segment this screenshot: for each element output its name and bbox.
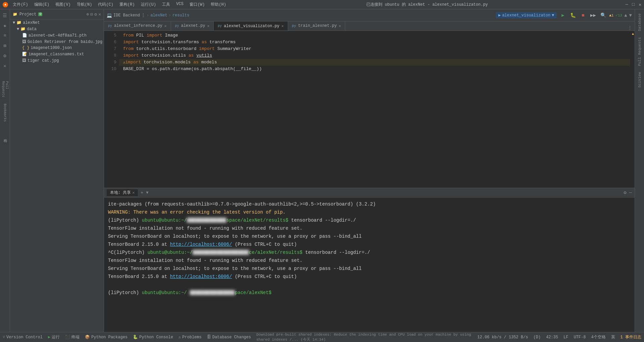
statusbar-event-log[interactable]: 1 事件日志 (621, 334, 641, 340)
toolbar-breadcrumb-alexnet[interactable]: alexNet (150, 13, 167, 18)
statusbar-encoding[interactable]: UTF-8 (574, 335, 586, 340)
tree-item-data[interactable]: ▼ 📁 data (10, 26, 104, 32)
sidebar-pull-requests[interactable]: Pull Requests (0, 84, 10, 94)
tree-item-json[interactable]: { } imagenet1000.json (10, 45, 104, 51)
tab-label: alexnet_inference.py (114, 23, 162, 28)
terminal-tab-close[interactable]: ✕ (132, 190, 135, 195)
tabs-wrapper: py alexnet_inference.py ✕ py alexnet.py … (104, 21, 625, 31)
tab-more-icon[interactable]: ⋮ (628, 25, 632, 31)
terminal-tab-local[interactable]: 本地: 共享 ✕ (107, 189, 138, 196)
code-editor[interactable]: 5 6 7 8 9 10 from PIL import Image impor… (104, 31, 635, 188)
menu-view[interactable]: 视图(V) (53, 1, 73, 8)
menu-run[interactable]: 运行(U) (138, 1, 159, 8)
sidebar-icon-structure[interactable]: ≡ (0, 31, 10, 40)
menu-tools[interactable]: 工具 (159, 1, 173, 8)
right-sidebar-database[interactable]: Database (637, 11, 642, 34)
project-close-icon[interactable]: ✕ (98, 12, 101, 17)
encoding-label: UTF-8 (574, 335, 586, 340)
statusbar-python-console[interactable]: 🐍 Python Console (133, 335, 173, 340)
sidebar-structure[interactable]: 结构 (0, 131, 10, 141)
terminal-settings-icon[interactable]: ⚙ (624, 190, 626, 195)
terminal-dropdown[interactable]: ▼ (146, 190, 148, 195)
main-layout: ☰ ✚ ≡ ⊞ ⚙ ✕ Pull Requests Bookmarks 结构 📁… (0, 9, 644, 332)
menu-file[interactable]: 文件(F) (10, 1, 31, 8)
search-button[interactable]: 🔍 (599, 11, 607, 19)
resume-button[interactable]: ▶▶ (589, 11, 597, 19)
maximize-button[interactable]: □ (632, 2, 635, 7)
toolbar-menu-icon[interactable]: ⋮ (141, 13, 145, 18)
editor-right-gutter: ▲ (630, 31, 635, 188)
tab-close-icon2[interactable]: ✕ (207, 24, 210, 28)
tree-item-label: data (27, 27, 37, 32)
run-button[interactable]: ▶ (559, 11, 567, 19)
version-control-label: Version Control (6, 335, 43, 340)
menu-vcs[interactable]: VCS (173, 1, 186, 8)
tab-train-alexnet[interactable]: py train_alexnet.py ✕ (288, 21, 345, 31)
statusbar-version-control[interactable]: ⑂ Version Control (3, 335, 43, 340)
tree-item-jpg1[interactable]: 🖼 Golden Retriever from baidu.jpg (10, 39, 104, 45)
sidebar-icon-close[interactable]: ✕ (0, 61, 10, 70)
statusbar-indent[interactable]: 4个空格 (591, 334, 605, 340)
position-label: (D) (533, 335, 541, 340)
statusbar-git-branch[interactable]: 英 (611, 334, 615, 340)
stop-button[interactable]: ■ (579, 11, 587, 19)
tab-alexnet-inference[interactable]: py alexnet_inference.py ✕ (104, 21, 171, 31)
code-content[interactable]: from PIL import Image import torchvision… (119, 31, 630, 188)
sidebar-icon-settings[interactable]: ⚙ (0, 51, 10, 60)
warnings-chevron-up[interactable]: ▲ (624, 13, 627, 18)
toolbar-project-label: IDE Backend (113, 13, 140, 18)
statusbar-line-ending[interactable]: LF (564, 335, 568, 340)
project-locate-icon[interactable]: ⊕ (87, 12, 89, 17)
line-num-5: 5 (107, 32, 116, 39)
menu-navigate[interactable]: 导航(N) (74, 1, 95, 8)
tab-label2: alexnet.py (181, 23, 205, 28)
sidebar-icon-align[interactable]: ⊞ (0, 41, 10, 50)
sidebar-icon-add[interactable]: ✚ (0, 21, 10, 30)
toolbar-breadcrumb-results[interactable]: results (172, 13, 189, 18)
sidebar-bookmarks[interactable]: Bookmarks (0, 108, 10, 117)
code-line-8: import torchvision.utils as vutils (119, 52, 630, 59)
terminal-add-button[interactable]: + (139, 190, 145, 195)
minimize-button[interactable]: ─ (626, 2, 628, 7)
run-config-dropdown[interactable]: ▶ alexnet_visualizaton ▼ (496, 12, 557, 18)
tab-close-icon3[interactable]: ✕ (281, 24, 284, 28)
tab-alexnet-visualizaton[interactable]: py alexnet_visualizaton.py ✕ (214, 21, 288, 31)
tab-close-icon[interactable]: ✕ (164, 24, 167, 28)
tree-item-txt[interactable]: 📝 imagenet_classnames.txt (10, 51, 104, 57)
menu-edit[interactable]: 编辑(E) (32, 1, 52, 8)
statusbar-line-col[interactable]: 42:35 (546, 335, 558, 340)
menu-help[interactable]: 帮助(H) (208, 1, 229, 8)
menu-code[interactable]: 代码(C) (95, 1, 116, 8)
sidebar-icon-project[interactable]: ☰ (0, 11, 10, 20)
terminal-line-1: ite-packages (from requests-oauthlib>=0.… (108, 200, 631, 208)
right-sidebar-pull-requests[interactable]: Pull Requests (637, 35, 642, 69)
tree-item-pth[interactable]: 📄 alexnet-owt-4df8aa71.pth (10, 32, 104, 39)
menu-refactor[interactable]: 重构(R) (117, 1, 138, 8)
tree-item-alexnet[interactable]: ▼ 📁 alexNet (10, 19, 104, 26)
tensorboard-link1[interactable]: http://localhost:6006/ (170, 242, 232, 247)
warnings-chevron-down[interactable]: ▼ (629, 13, 632, 18)
debug-button[interactable]: 🐛 (569, 11, 577, 19)
close-button[interactable]: ✕ (639, 2, 641, 7)
statusbar-problems[interactable]: ⚠ Problems (178, 335, 202, 340)
terminal-minimize-icon[interactable]: ─ (629, 190, 632, 195)
terminal-body[interactable]: ite-packages (from requests-oauthlib>=0.… (104, 197, 635, 332)
statusbar-python-packages[interactable]: 📦 Python Packages (85, 335, 127, 340)
project-collapse-icon[interactable]: ⊟ (91, 12, 93, 17)
right-sidebar-sciview[interactable]: SciView (637, 69, 642, 90)
statusbar-run[interactable]: ▶ 运行 (48, 334, 60, 340)
statusbar-terminal[interactable]: ⬛ 终端 (65, 334, 79, 340)
tab-alexnet[interactable]: py alexnet.py ✕ (171, 21, 214, 31)
tree-folder-icon: 📁 (16, 20, 21, 25)
network-label: 12.06 kb/s / 1352 B/s (477, 335, 528, 340)
tensorboard-link2[interactable]: http://localhost:6006/ (170, 274, 232, 279)
project-settings-icon[interactable]: ⚙ (94, 12, 97, 17)
tree-item-jpg2[interactable]: 🖼 tiger cat.jpg (10, 57, 104, 64)
menu-window[interactable]: 窗口(W) (187, 1, 208, 8)
tab-close-icon4[interactable]: ✕ (339, 24, 341, 28)
tree-image-icon: 🖼 (22, 39, 26, 44)
toolbar-sep2: › (169, 13, 171, 18)
statusbar-position: (D) (533, 335, 541, 340)
statusbar-database-changes[interactable]: 🗄 Database Changes (207, 335, 251, 340)
app-logo: ▲ (3, 2, 8, 7)
